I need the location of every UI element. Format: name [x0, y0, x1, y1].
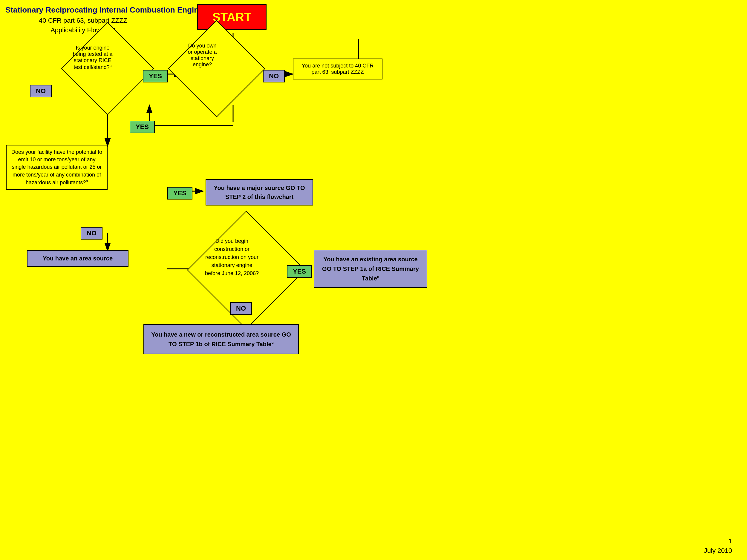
- diamond-engine-tested: [61, 22, 154, 115]
- no-d1: NO: [30, 85, 52, 97]
- page-date: July 2010: [704, 547, 732, 555]
- start-button: START: [197, 4, 266, 30]
- existing-area-box: You have an existing area source GO TO S…: [314, 250, 427, 288]
- diamond-construction-label: Did you begin construction or reconstruc…: [190, 237, 274, 277]
- major-source-box: You have a major source GO TO STEP 2 of …: [206, 179, 313, 206]
- facility-question-box: Does your facility have the potential to…: [6, 145, 108, 190]
- yes-d1-d2: YES: [143, 70, 168, 82]
- yes-d2-below: YES: [130, 121, 155, 133]
- yes-construction: YES: [287, 265, 312, 278]
- not-subject-box: You are not subject to 40 CFR part 63, s…: [293, 58, 383, 79]
- no-construction: NO: [230, 302, 252, 315]
- yes-facility: YES: [167, 187, 192, 199]
- diamond-own-engine: [168, 20, 265, 117]
- page-number: 1: [728, 537, 732, 545]
- no-facility: NO: [81, 227, 102, 240]
- new-area-box: You have a new or reconstructed area sou…: [144, 324, 299, 354]
- page-subtitle2: Applicability Flowchart: [5, 26, 161, 34]
- page-subtitle1: 40 CFR part 63, subpart ZZZZ: [5, 17, 161, 25]
- no-d2: NO: [263, 70, 285, 82]
- area-source-box: You have an area source: [27, 250, 128, 267]
